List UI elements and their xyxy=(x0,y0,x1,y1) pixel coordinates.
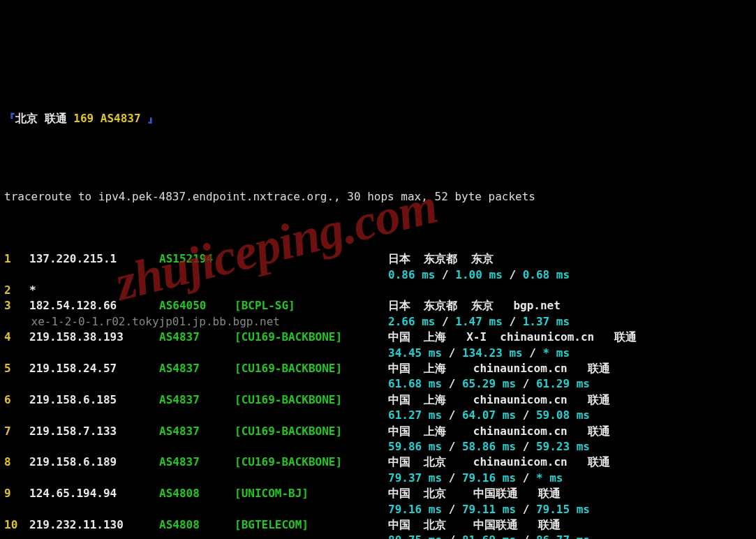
hop-row-detail: 61.68 ms / 65.29 ms / 61.29 ms xyxy=(4,376,752,392)
hop-number: 1 xyxy=(4,251,29,267)
hop-asn: AS4837 xyxy=(159,330,235,345)
rtt-sep: / xyxy=(516,440,536,453)
rtt-sep: / xyxy=(442,408,462,422)
rtt-value: * ms xyxy=(543,346,570,360)
trace-header: 『北京 联通 169 AS4837 』 xyxy=(4,95,752,142)
hop-row: 4219.158.38.193AS4837[CU169-BACKBONE]中国 … xyxy=(4,330,752,345)
rtt-sep: / xyxy=(442,440,462,453)
hop-row-detail: 0.86 ms / 1.00 ms / 0.68 ms xyxy=(4,267,752,283)
hop-asn: AS4837 xyxy=(159,424,235,439)
rtt-value: 79.15 ms xyxy=(536,503,590,516)
trace-intro: traceroute to ipv4.pek-4837.endpoint.nxt… xyxy=(4,189,752,205)
hop-ip: 219.158.6.185 xyxy=(29,392,159,408)
rtt-sep: / xyxy=(435,268,455,281)
hop-row: 8219.158.6.189AS4837[CU169-BACKBONE]中国 北… xyxy=(4,455,752,470)
bracket-close: 』 xyxy=(141,112,159,125)
rtt-value: 2.66 ms xyxy=(388,315,435,328)
rtt-value: 34.45 ms xyxy=(388,346,442,360)
hop-rtt: 79.16 ms / 79.11 ms / 79.15 ms xyxy=(388,502,752,517)
hdr-a: 北京 xyxy=(15,112,38,125)
hop-row: 3182.54.128.66AS64050[BCPL-SG]日本 东京都 东京 … xyxy=(4,298,752,313)
rtt-sep: / xyxy=(516,377,536,390)
hop-location: 中国 上海 chinaunicom.cn 联通 xyxy=(388,361,752,376)
hop-rtt: 2.66 ms / 1.47 ms / 1.37 ms xyxy=(388,314,752,330)
rtt-value: 79.16 ms xyxy=(462,471,516,485)
rtt-sep: / xyxy=(503,315,523,328)
hop-rdns: xe-1-2-0-1.r02.tokyjp01.jp.bb.bgp.net xyxy=(4,315,280,328)
hop-tag-empty xyxy=(235,251,388,267)
hop-ip: * xyxy=(29,283,159,298)
rtt-sep: / xyxy=(442,346,462,360)
rtt-value: 61.29 ms xyxy=(536,377,590,390)
hop-row: 7219.158.7.133AS4837[CU169-BACKBONE]中国 上… xyxy=(4,424,752,439)
hop-asn: AS4837 xyxy=(159,361,235,376)
hop-row-detail: 80.75 ms / 81.69 ms / 86.77 ms xyxy=(4,533,752,539)
rtt-value: 0.86 ms xyxy=(388,268,435,281)
rtt-value: 61.27 ms xyxy=(388,408,442,422)
rtt-sep: / xyxy=(516,471,536,485)
hop-row-detail: xe-1-2-0-1.r02.tokyjp01.jp.bb.bgp.net2.6… xyxy=(4,314,752,330)
hop-row: 6219.158.6.185AS4837[CU169-BACKBONE]中国 上… xyxy=(4,392,752,408)
hop-rtt: 61.27 ms / 64.07 ms / 59.08 ms xyxy=(388,408,752,423)
hdr-169: 169 xyxy=(73,112,94,125)
hop-rtt: 34.45 ms / 134.23 ms / * ms xyxy=(388,346,752,361)
rtt-sep: / xyxy=(442,471,462,485)
rtt-sep: / xyxy=(503,268,523,281)
hop-location: 日本 东京都 东京 bgp.net xyxy=(388,298,752,313)
hop-number: 5 xyxy=(4,361,29,376)
hop-number: 10 xyxy=(4,517,29,533)
hop-row: 1137.220.215.1AS152194日本 东京都 东京 xyxy=(4,251,752,267)
hop-number: 7 xyxy=(4,424,29,439)
hop-row: 2* xyxy=(4,283,752,298)
hop-asn: AS4808 xyxy=(159,517,235,533)
rtt-value: 59.86 ms xyxy=(388,440,442,453)
rtt-value: 79.11 ms xyxy=(462,503,516,516)
hop-ip: 219.158.7.133 xyxy=(29,424,159,439)
rtt-value: 1.00 ms xyxy=(455,268,502,281)
hop-row-detail: 61.27 ms / 64.07 ms / 59.08 ms xyxy=(4,408,752,423)
hop-location: 中国 北京 中国联通 联通 xyxy=(388,517,752,533)
hop-row: 10219.232.11.130AS4808[BGTELECOM]中国 北京 中… xyxy=(4,517,752,533)
hop-row-detail: 34.45 ms / 134.23 ms / * ms xyxy=(4,346,752,361)
rtt-value: 80.75 ms xyxy=(388,533,442,539)
hop-rtt: 59.86 ms / 58.86 ms / 59.23 ms xyxy=(388,439,752,455)
rtt-value: 59.08 ms xyxy=(536,408,590,422)
hop-location: 中国 上海 chinaunicom.cn 联通 xyxy=(388,392,752,408)
rtt-value: 134.23 ms xyxy=(462,346,523,360)
hop-location: 中国 上海 X-I chinaunicom.cn 联通 xyxy=(388,330,752,345)
hdr-b: 联通 xyxy=(38,112,73,125)
hop-tag: [CU169-BACKBONE] xyxy=(235,392,388,408)
rtt-value: 86.77 ms xyxy=(536,533,590,539)
rtt-value: 79.16 ms xyxy=(388,503,442,516)
hop-list: 1137.220.215.1AS152194日本 东京都 东京 0.86 ms … xyxy=(4,251,752,539)
hop-number: 8 xyxy=(4,455,29,470)
rtt-value: 81.69 ms xyxy=(462,533,516,539)
hop-location: 中国 北京 chinaunicom.cn 联通 xyxy=(388,455,752,470)
rtt-sep: / xyxy=(442,377,462,390)
hop-number: 2 xyxy=(4,283,29,298)
rtt-value: 1.47 ms xyxy=(455,315,502,328)
hop-ip: 137.220.215.1 xyxy=(29,251,159,267)
hop-tag: [UNICOM-BJ] xyxy=(235,486,388,501)
rtt-sep: / xyxy=(442,503,462,516)
hop-ip: 219.158.6.189 xyxy=(29,455,159,470)
rtt-value: 58.86 ms xyxy=(462,440,516,453)
hop-number: 3 xyxy=(4,298,29,313)
rtt-sep: / xyxy=(442,533,462,539)
hop-row-detail: 59.86 ms / 58.86 ms / 59.23 ms xyxy=(4,439,752,455)
hop-number: 9 xyxy=(4,486,29,501)
hop-tag: [CU169-BACKBONE] xyxy=(235,361,388,376)
hop-asn: AS152194 xyxy=(159,251,235,267)
hop-tag-empty xyxy=(235,283,388,298)
terminal-output: zhujiceping.com 『北京 联通 169 AS4837 』 trac… xyxy=(0,0,756,539)
hop-ip: 124.65.194.94 xyxy=(29,486,159,501)
hop-tag: [CU169-BACKBONE] xyxy=(235,455,388,470)
rtt-sep: / xyxy=(523,346,543,360)
hop-ip: 182.54.128.66 xyxy=(29,298,159,313)
hop-row-detail: 79.37 ms / 79.16 ms / * ms xyxy=(4,471,752,486)
hop-tag: [CU169-BACKBONE] xyxy=(235,330,388,345)
hop-number: 4 xyxy=(4,330,29,345)
hop-ip: 219.232.11.130 xyxy=(29,517,159,533)
hop-location: 中国 上海 chinaunicom.cn 联通 xyxy=(388,424,752,439)
rtt-value: 79.37 ms xyxy=(388,471,442,485)
